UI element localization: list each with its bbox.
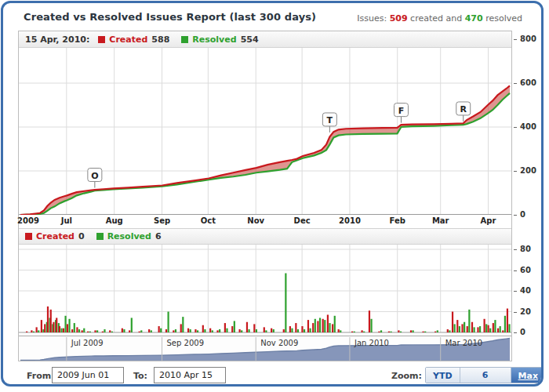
created-bar — [452, 312, 453, 333]
resolved-bar — [479, 326, 481, 332]
resolved-bar — [219, 329, 220, 332]
resolved-bar — [160, 328, 162, 332]
flag-marker-O[interactable]: O — [88, 169, 102, 188]
resolved-bar — [190, 329, 191, 332]
created-bar — [317, 321, 318, 332]
created-bar — [180, 324, 182, 332]
svg-text:R: R — [460, 104, 467, 114]
x-axis-label: Nov — [247, 216, 264, 225]
created-bar — [369, 310, 370, 332]
summary-prefix: Issues: — [357, 13, 387, 24]
created-bar — [102, 332, 104, 332]
resolved-bar — [78, 329, 80, 332]
created-bar — [209, 328, 211, 332]
resolved-series-value: 554 — [241, 34, 259, 45]
navigator-label: Jul 2009 — [71, 339, 104, 347]
y-axis-tick — [514, 332, 517, 333]
resolved-bar — [437, 330, 438, 332]
main-plot[interactable]: OTFR — [19, 48, 511, 215]
resolved-bar — [265, 330, 267, 332]
resolved-count: 470 — [465, 13, 483, 24]
resolved-bar — [340, 330, 341, 332]
created-bar — [502, 330, 504, 332]
flag-marker-T[interactable]: T — [322, 113, 336, 132]
x-axis-label: Sep — [154, 216, 170, 225]
created-bar — [507, 309, 508, 332]
y-axis-label: 200 — [520, 166, 536, 176]
created-line — [20, 85, 510, 215]
created-bar — [388, 332, 390, 332]
resolved-bar — [273, 329, 274, 332]
chart-container: 15 Apr, 2010: Created 588 Resolved 554 O… — [18, 31, 512, 361]
daily-plot[interactable] — [19, 245, 511, 333]
resolved-bar — [424, 332, 426, 332]
created-bar — [264, 327, 265, 332]
resolved-bar — [314, 319, 316, 332]
created-bar — [41, 320, 42, 332]
created-bar — [47, 307, 49, 332]
created-bar — [187, 328, 189, 332]
issues-summary: Issues: 509 created and 470 resolved — [357, 13, 522, 24]
resolved-bar — [508, 324, 510, 332]
resolved-bar — [390, 332, 391, 332]
resolved-bar — [83, 328, 85, 332]
created-bar — [53, 322, 54, 332]
y-axis-tick — [514, 270, 517, 271]
resolved-bar — [400, 332, 402, 332]
resolved-bar — [74, 323, 75, 332]
resolved-bar — [494, 320, 496, 332]
created-swatch-icon — [98, 36, 105, 43]
resolved-bar — [324, 320, 325, 332]
resolved-bar — [370, 319, 372, 332]
resolved-bar — [182, 317, 184, 332]
created-bar — [31, 330, 32, 332]
resolved-bar — [454, 324, 456, 332]
x-axis-label: Aug — [106, 216, 123, 225]
resolved-bar — [489, 328, 491, 332]
y-axis-label: 20 — [520, 307, 531, 317]
created-bar — [434, 332, 436, 332]
y-axis-label: 800 — [520, 34, 536, 44]
created-bar — [36, 327, 38, 332]
x-axis-label: Mar — [432, 216, 449, 225]
report-frame: Created vs Resolved Issues Report (last … — [1, 1, 544, 387]
created-bar — [231, 326, 233, 332]
resolved-bar — [111, 332, 113, 332]
y-axis-tick — [514, 249, 517, 250]
resolved-bar — [504, 316, 506, 332]
resolved-bar — [123, 329, 125, 332]
y-axis-tick — [514, 291, 517, 292]
created-bar — [410, 330, 412, 332]
zoom-max-button[interactable]: Max — [511, 368, 544, 383]
flag-marker-F[interactable]: F — [394, 103, 408, 123]
resolved-bar — [89, 332, 91, 332]
y-axis-tick — [514, 215, 517, 216]
created-bar — [484, 319, 485, 332]
x-axis-label: Apr — [481, 216, 496, 225]
created-resolved-gap-area — [20, 85, 510, 215]
zoom-6months-button[interactable]: 6 Months — [460, 368, 511, 383]
resolved-series-label: Resolved — [192, 34, 236, 45]
x-axis-label: Jul — [61, 216, 72, 225]
resolved-bar — [474, 327, 475, 332]
resolved-bar — [297, 329, 299, 332]
resolved-bar — [319, 318, 321, 332]
created-bar — [67, 324, 68, 332]
created-bar — [158, 326, 160, 332]
created-bar — [362, 330, 363, 332]
y-axis-label: 60 — [520, 266, 531, 275]
created-bar — [173, 330, 174, 332]
resolved-bar — [449, 330, 450, 332]
from-date-input[interactable] — [52, 367, 124, 383]
to-date-input[interactable] — [154, 367, 226, 383]
created-bar — [129, 330, 130, 332]
created-bar — [471, 322, 473, 332]
navigator[interactable]: Jul 2009Sep 2009Nov 2009Jan 2010Mar 2010 — [19, 336, 511, 361]
created-bar — [497, 328, 499, 332]
resolved-bar — [68, 319, 70, 332]
resolved-swatch-icon — [181, 36, 188, 43]
created-bar — [94, 330, 96, 332]
navigator-label: Jan 2010 — [354, 339, 389, 347]
x-axis-label: 2010 — [339, 216, 361, 225]
zoom-ytd-button[interactable]: YTD — [426, 368, 460, 383]
